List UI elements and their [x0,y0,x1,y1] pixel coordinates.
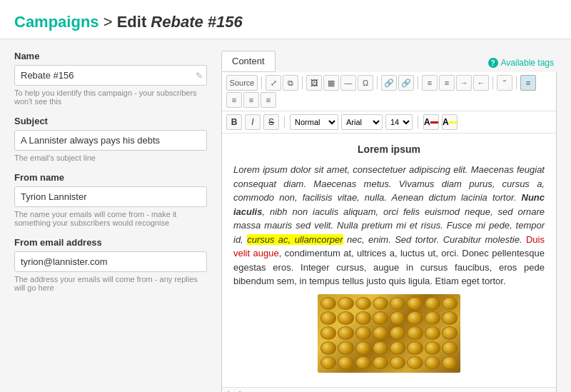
indent-button[interactable]: → [456,75,472,91]
coin [425,297,440,311]
toolbar-sep3 [377,76,378,89]
blockquote-button[interactable]: " [497,75,512,91]
italic-button[interactable]: I [245,114,261,130]
toolbar-sep6 [516,76,517,89]
strikethrough-button[interactable]: S [263,114,279,130]
coin [390,311,405,325]
table-button[interactable]: ▦ [323,75,339,91]
align-left-button[interactable]: ≡ [520,75,536,91]
coin [425,341,440,355]
coin [373,341,388,355]
coin [338,297,353,311]
end-text: nec, enim. Sed tortor. Curabitur molesti… [343,234,526,245]
page-header: Campaigns > Edit Rebate #156 [0,0,571,39]
coin [390,341,405,355]
font-select[interactable]: Arial Times [341,114,383,130]
coin-grid [318,294,460,373]
edit-label: Edit [117,13,151,31]
toolbar-sep4 [418,76,418,89]
name-label: Name [14,51,207,61]
source-button[interactable]: Source [226,75,258,91]
coin [425,311,440,325]
from-email-field-group: From email address The address your emai… [14,237,207,292]
coin [373,326,388,340]
from-name-label: From name [14,172,207,183]
coin [407,311,423,325]
special-char-button[interactable]: Ω [358,75,373,91]
align-right-button[interactable]: ≡ [243,92,259,108]
rebate-label: Rebate #156 [151,13,242,31]
bg-color-button[interactable]: A [442,114,458,130]
ul-button[interactable]: ≡ [439,75,455,91]
coin [390,356,405,370]
size-select[interactable]: 14 12 16 [385,114,413,130]
from-email-input[interactable] [14,251,207,272]
format-select[interactable]: Normal Heading 1 Heading 2 [290,114,338,130]
name-field-group: Name ✎ To help you identify this campaig… [14,51,207,106]
editor-tabs: Content [221,51,276,72]
coin [320,311,336,325]
coin [373,356,388,370]
left-panel: Name ✎ To help you identify this campaig… [14,51,207,392]
coin [442,341,458,355]
subject-hint: The email's subject line [14,154,207,162]
toolbar-row1: Source ⤢ ⧉ 🖼 ▦ — Ω 🔗 🔗 ≡ ≡ → ← [222,72,556,111]
font-color-button[interactable]: A [423,114,439,130]
statusbar-body: body [228,390,245,393]
app-container: Campaigns > Edit Rebate #156 Name ✎ To h… [0,0,571,392]
coin [442,311,458,325]
coin [407,297,423,311]
coin [338,311,353,325]
page-title: Campaigns > Edit Rebate #156 [14,13,557,31]
coin [355,326,371,340]
image-button[interactable]: 🖼 [306,75,322,91]
info-icon: ? [488,58,498,68]
bold-button[interactable]: B [226,114,242,130]
ol-button[interactable]: ≡ [422,75,438,91]
coin [320,326,336,340]
coin [320,356,336,370]
right-panel: Content ? Available tags Source ⤢ ⧉ 🖼 ▦ [221,51,557,392]
statusbar-span3: span [295,390,312,393]
available-tags-button[interactable]: ? Available tags [488,58,557,72]
coin [407,341,423,355]
coin [442,326,458,340]
coin [338,341,353,355]
outdent-button[interactable]: ← [473,75,489,91]
editor-wrapper: Source ⤢ ⧉ 🖼 ▦ — Ω 🔗 🔗 ≡ ≡ → ← [221,72,557,392]
from-email-hint: The address your emails will come from -… [14,275,207,292]
separator: > [103,13,117,31]
coin [373,311,388,325]
link-button[interactable]: 🔗 [381,75,397,91]
fullscreen-button[interactable]: ⤢ [266,75,281,91]
toolbar-sep7 [284,116,285,129]
align-justify-button[interactable]: ≡ [261,92,276,108]
name-input-wrapper: ✎ [14,65,207,86]
main-content: Name ✎ To help you identify this campaig… [0,39,571,392]
view-button[interactable]: ⧉ [283,75,298,91]
coin [442,356,458,370]
highlighted-text: cursus ac, ullamcorper [247,234,343,245]
name-hint: To help you identify this campaign - you… [14,89,207,106]
from-name-hint: The name your emails will come from - ma… [14,210,207,227]
body-text-start: Lorem ipsum dolor sit amet, consectetuer… [233,164,545,203]
campaigns-link[interactable]: Campaigns [14,13,99,31]
editor-body[interactable]: Lorem ipsum Lorem ipsum dolor sit amet, … [222,134,556,387]
name-input[interactable] [14,65,207,86]
available-tags-label: Available tags [501,58,555,68]
unlink-button[interactable]: 🔗 [398,75,414,91]
coin [390,326,405,340]
hr-button[interactable]: — [340,75,356,91]
from-name-input[interactable] [14,186,207,207]
coin [425,356,440,370]
tab-content[interactable]: Content [221,51,276,71]
subject-input[interactable] [14,130,207,151]
editor-header-row: Content ? Available tags [221,51,557,72]
align-center-button[interactable]: ≡ [226,92,242,108]
toolbar-sep5 [492,76,493,89]
coin [338,326,353,340]
coin [425,326,440,340]
coin [355,311,371,325]
toolbar-sep8 [418,116,418,129]
statusbar-p: p [248,390,252,393]
